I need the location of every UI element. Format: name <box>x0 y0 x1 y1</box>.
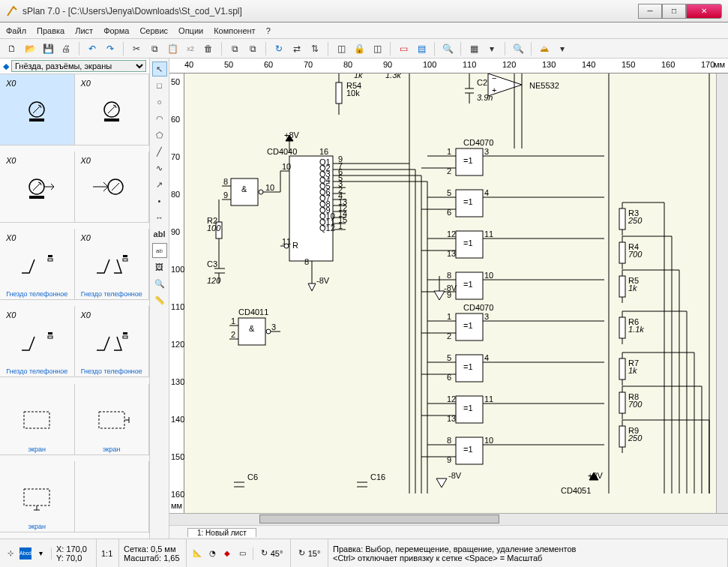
style4-icon[interactable]: ▭ <box>236 548 248 560</box>
maximize-button[interactable]: □ <box>662 4 686 19</box>
menu-service[interactable]: Сервис <box>139 26 168 35</box>
open-icon[interactable]: 📂 <box>22 41 37 56</box>
search-icon[interactable]: 🔍 <box>440 41 455 56</box>
component-cell-0[interactable]: X0 <box>0 74 75 146</box>
component-cell-6[interactable]: X0Гнездо телефонное <box>0 306 75 377</box>
delete-icon[interactable]: 🗑 <box>201 41 216 56</box>
poly-tool[interactable]: ⬠ <box>152 128 167 142</box>
cut-icon[interactable]: ✂ <box>129 41 144 56</box>
snap2-icon[interactable]: Abcd <box>19 548 31 560</box>
menu-help[interactable]: ? <box>266 26 271 35</box>
fliph-icon[interactable]: ⇄ <box>289 41 304 56</box>
zoom-icon[interactable]: 🔍 <box>511 41 526 56</box>
style2-icon[interactable]: ◔ <box>206 548 218 560</box>
component-cell-4[interactable]: X0Гнездо телефонное <box>0 229 75 300</box>
minimize-button[interactable]: ─ <box>638 4 662 19</box>
svg-text:1: 1 <box>447 312 451 321</box>
menu-edit[interactable]: Правка <box>37 26 64 35</box>
dropdown-icon[interactable]: ▾ <box>484 41 499 56</box>
snap1-icon[interactable]: ⊹ <box>4 548 16 560</box>
lock-icon[interactable]: 🔒 <box>352 41 367 56</box>
line-tool[interactable]: ╱ <box>152 144 167 159</box>
select-icon[interactable]: ▭ <box>396 41 411 56</box>
canvas[interactable]: R54 10k 1k 1.3k C27 3.9n NE5532 − <box>184 74 716 513</box>
text-tool[interactable]: abl <box>152 226 167 242</box>
special-tool[interactable]: ◠ <box>152 111 167 126</box>
component-cell-9[interactable]: экран <box>75 384 150 455</box>
component-cell-2[interactable]: X0 <box>0 152 75 223</box>
component-cell-8[interactable]: экран <box>0 384 75 455</box>
list-icon[interactable]: ▤ <box>414 41 429 56</box>
statusbar: ⊹ Abcd ▾ X: 170,0 Y: 70,0 1:1 Сетка: 0,5… <box>0 538 728 567</box>
library-icon: ◆ <box>3 62 9 71</box>
rotleft-icon[interactable]: ↻ <box>271 41 286 56</box>
svg-text:+: + <box>492 86 496 94</box>
flipv-icon[interactable]: ⇅ <box>307 41 322 56</box>
svg-text:8: 8 <box>447 436 451 445</box>
new-icon[interactable]: 🗋 <box>4 41 19 56</box>
measure-tool[interactable]: 📏 <box>152 292 167 308</box>
bezier-tool[interactable]: ∿ <box>152 160 167 176</box>
svg-line-3 <box>40 106 41 108</box>
titlebar: sPlan 7.0 - [C:\Users\Jenya\Downloads\St… <box>0 0 728 22</box>
browse-icon[interactable]: ⛰ <box>537 41 552 56</box>
menu-component[interactable]: Компонент <box>214 26 255 35</box>
copy-icon[interactable]: ⧉ <box>147 41 162 56</box>
component-cell-1[interactable]: X0 <box>75 74 150 146</box>
close-button[interactable]: ✕ <box>686 4 722 19</box>
paste-icon[interactable]: 📋 <box>165 41 180 56</box>
component-cell-5[interactable]: X0Гнездо телефонное <box>75 229 150 300</box>
x2-icon[interactable]: x2 <box>183 41 198 56</box>
menu-file[interactable]: Файл <box>6 26 26 35</box>
cursor-position: X: 170,0 Y: 70,0 <box>52 539 97 567</box>
svg-rect-255 <box>619 392 625 413</box>
menu-form[interactable]: Форма <box>103 26 129 35</box>
svg-text:6: 6 <box>447 208 451 217</box>
rect-tool[interactable]: □ <box>152 78 167 93</box>
style3-icon[interactable]: ◆ <box>221 548 233 560</box>
component-cell-7[interactable]: X0Гнездо телефонное <box>75 306 150 377</box>
zoomtool[interactable]: 🔍 <box>152 276 167 291</box>
layers-icon[interactable]: ▦ <box>466 41 481 56</box>
pointer-tool[interactable]: ↖ <box>152 62 167 76</box>
textbox-tool[interactable]: ab <box>152 243 167 258</box>
vertical-scrollbar[interactable] <box>716 74 728 513</box>
svg-text:1: 1 <box>447 147 451 156</box>
svg-text:=1: =1 <box>463 280 473 289</box>
dropdown2-icon[interactable]: ▾ <box>555 41 570 56</box>
svg-point-59 <box>284 244 289 248</box>
svg-point-100 <box>259 190 263 194</box>
ungroup-icon[interactable]: ◫ <box>370 41 385 56</box>
component-cell-11[interactable] <box>75 461 150 532</box>
image-tool[interactable]: 🖼 <box>152 260 167 274</box>
node-tool[interactable]: • <box>152 194 167 208</box>
svg-text:4: 4 <box>484 188 489 197</box>
component-cell-10[interactable]: экран <box>0 461 75 532</box>
component-cell-3[interactable]: X0 <box>75 152 150 223</box>
paste2-icon[interactable]: ⧉ <box>245 41 260 56</box>
window-title: sPlan 7.0 - [C:\Users\Jenya\Downloads\St… <box>22 6 638 16</box>
svg-text:8: 8 <box>223 177 228 186</box>
menu-options[interactable]: Опции <box>178 26 203 35</box>
style1-icon[interactable]: 📐 <box>191 548 203 560</box>
svg-rect-25 <box>123 332 127 334</box>
svg-rect-241 <box>619 317 625 338</box>
svg-line-2 <box>38 105 40 106</box>
redo-icon[interactable]: ↷ <box>103 41 118 56</box>
dimension-tool[interactable]: ↔ <box>152 210 167 225</box>
arrow-tool[interactable]: ↗ <box>152 177 167 192</box>
print-icon[interactable]: 🖨 <box>58 41 73 56</box>
page-tab-1[interactable]: 1: Новый лист <box>187 528 256 537</box>
copy2-icon[interactable]: ⧉ <box>227 41 242 56</box>
group-icon[interactable]: ◫ <box>334 41 349 56</box>
svg-text:=1: =1 <box>463 238 473 248</box>
svg-text:2: 2 <box>231 330 235 339</box>
app-icon <box>6 5 18 17</box>
horizontal-scrollbar[interactable] <box>169 513 728 525</box>
undo-icon[interactable]: ↶ <box>85 41 100 56</box>
circle-tool[interactable]: ○ <box>152 94 167 110</box>
menu-sheet[interactable]: Лист <box>75 26 93 35</box>
library-select[interactable]: Гнёзда, разъёмы, экраны <box>11 60 146 72</box>
snap-dropdown-icon[interactable]: ▾ <box>34 548 46 560</box>
save-icon[interactable]: 💾 <box>40 41 55 56</box>
